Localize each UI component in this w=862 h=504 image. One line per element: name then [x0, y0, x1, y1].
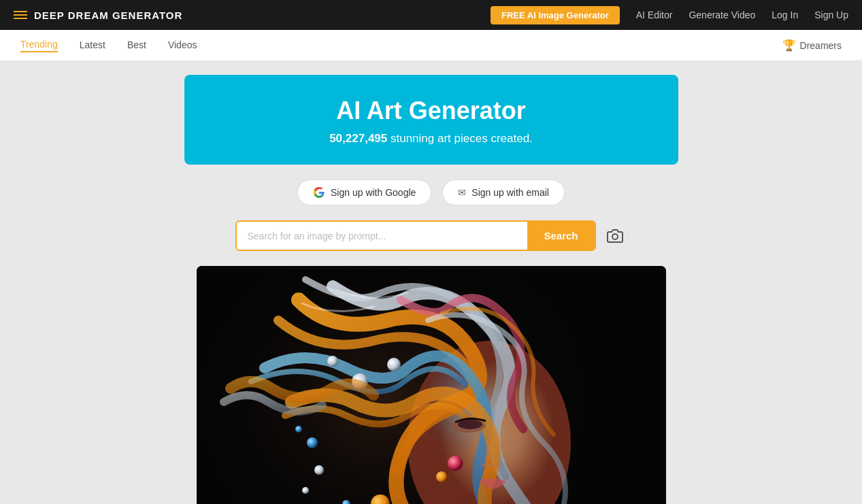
hero-count: 50,227,495	[329, 132, 387, 145]
login-link[interactable]: Log In	[772, 10, 798, 20]
dreamers-link[interactable]: 🏆 Dreamers	[782, 39, 842, 52]
camera-icon	[607, 228, 623, 244]
trophy-icon: 🏆	[782, 39, 796, 52]
videos-tab[interactable]: Videos	[168, 39, 197, 52]
svg-point-17	[295, 426, 302, 433]
free-ai-button[interactable]: FREE AI Image Generator	[491, 6, 620, 24]
hero-subtitle: 50,227,495 stunning art pieces created.	[212, 132, 651, 146]
latest-tab[interactable]: Latest	[80, 39, 105, 52]
generate-video-link[interactable]: Generate Video	[689, 10, 755, 20]
camera-search-button[interactable]	[603, 224, 627, 248]
svg-point-9	[302, 487, 309, 494]
nav-brand: DEEP DREAM GENERATOR	[14, 10, 182, 21]
featured-artwork	[197, 266, 666, 504]
hero-subtitle-text: stunning art pieces created.	[387, 132, 533, 145]
hamburger-icon[interactable]	[14, 11, 27, 19]
svg-point-7	[387, 358, 401, 371]
svg-point-22	[458, 420, 482, 429]
google-icon	[313, 186, 325, 199]
search-button[interactable]: Search	[527, 222, 594, 250]
top-navigation: DEEP DREAM GENERATOR FREE AI Image Gener…	[0, 0, 862, 30]
search-bar-container: Search	[235, 220, 627, 251]
svg-point-0	[612, 234, 618, 239]
svg-point-13	[436, 471, 447, 482]
email-icon: ✉	[458, 187, 466, 198]
signup-link[interactable]: Sign Up	[814, 10, 848, 20]
email-signup-label: Sign up with email	[471, 187, 549, 198]
google-signup-button[interactable]: Sign up with Google	[297, 180, 431, 205]
site-logo-text: DEEP DREAM GENERATOR	[34, 10, 182, 21]
google-signup-label: Sign up with Google	[331, 187, 416, 198]
nav-actions: FREE AI Image Generator AI Editor Genera…	[491, 6, 848, 24]
hero-title: AI Art Generator	[212, 97, 651, 125]
main-content: AI Art Generator 50,227,495 stunning art…	[0, 61, 862, 504]
search-input-wrapper: Search	[235, 220, 596, 251]
svg-point-16	[307, 437, 318, 448]
email-signup-button[interactable]: ✉ Sign up with email	[442, 180, 565, 205]
best-tab[interactable]: Best	[127, 39, 146, 52]
signup-buttons-container: Sign up with Google ✉ Sign up with email	[297, 180, 565, 205]
trending-tab[interactable]: Trending	[20, 39, 58, 52]
hero-banner: AI Art Generator 50,227,495 stunning art…	[184, 75, 678, 165]
featured-image-section	[197, 266, 666, 504]
svg-point-8	[314, 465, 324, 475]
svg-point-6	[327, 356, 338, 367]
artwork-svg	[197, 266, 666, 504]
svg-point-14	[448, 456, 463, 471]
search-input[interactable]	[237, 222, 528, 250]
ai-editor-link[interactable]: AI Editor	[636, 10, 673, 20]
sub-navigation: Trending Latest Best Videos 🏆 Dreamers	[0, 30, 862, 61]
dreamers-label: Dreamers	[800, 40, 842, 51]
sub-nav-tabs: Trending Latest Best Videos	[20, 39, 197, 52]
